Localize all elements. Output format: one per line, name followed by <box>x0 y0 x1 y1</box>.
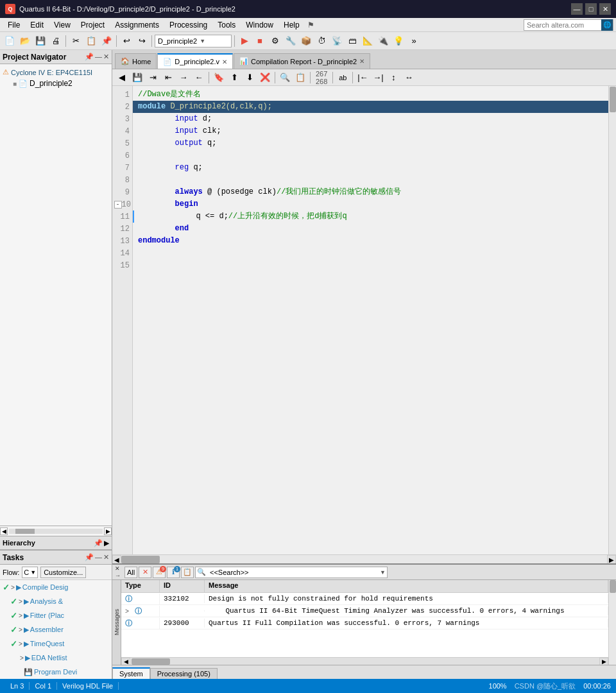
hscroll-left-button[interactable]: ◀ <box>112 555 121 564</box>
save-button[interactable]: 💾 <box>33 34 47 48</box>
message-search-dropdown[interactable]: ▼ <box>379 569 387 576</box>
message-search[interactable]: 🔍 ▼ <box>195 567 388 578</box>
task-expand-arrow[interactable]: > <box>19 612 22 619</box>
bookmark-button[interactable]: 🔖 <box>212 71 226 85</box>
format2-button[interactable]: →| <box>371 71 385 85</box>
code-editor[interactable]: //Dwave是文件名 module D_principle2(d,clk,q)… <box>133 86 608 554</box>
task-row-program[interactable]: 💾 Program Devi <box>0 665 112 679</box>
assembler-button[interactable]: 📦 <box>299 34 313 48</box>
msg-row-2[interactable]: > ⓘ Quartus II 64-Bit TimeQuest Timing A… <box>121 605 608 617</box>
hierarchy-tab[interactable]: Hierarchy <box>3 539 35 547</box>
task-row-analysis[interactable]: ✓ > ▶ Analysis & <box>0 594 112 608</box>
pin-button[interactable]: 📌 <box>85 53 94 61</box>
ab-button[interactable]: ab <box>336 71 350 85</box>
tab-system[interactable]: System <box>112 667 150 679</box>
compile-button[interactable]: ▶ <box>237 34 252 48</box>
stop-button[interactable]: ■ <box>253 34 267 48</box>
new-button[interactable]: 📄 <box>3 34 17 48</box>
task-expand-arrow[interactable]: > <box>11 584 15 591</box>
tree-scrollbar[interactable]: ◀ ▶ <box>0 526 112 536</box>
open-button[interactable]: 📂 <box>18 34 32 48</box>
menu-edit[interactable]: Edit <box>25 19 49 31</box>
close-panel-button[interactable]: ✕ <box>103 53 109 61</box>
prev-bookmark-button[interactable]: ⬆ <box>227 71 241 85</box>
task-expand-arrow[interactable]: > <box>20 654 24 662</box>
tab-compilation-report[interactable]: 📊 Compilation Report - D_principle2 ✕ <box>234 53 370 69</box>
menu-file[interactable]: File <box>3 19 25 31</box>
search-box[interactable]: 🌐 <box>524 19 613 31</box>
more-button[interactable]: » <box>407 34 421 48</box>
task-row-assembler[interactable]: ✓ > ▶ Assembler <box>0 622 112 637</box>
tasks-minimize-button[interactable]: — <box>95 553 102 561</box>
menu-assignments[interactable]: Assignments <box>110 19 164 31</box>
clear-bookmarks-button[interactable]: ❌ <box>258 71 272 85</box>
msg-scroll-left[interactable]: ◀ <box>121 658 130 665</box>
tab-processing[interactable]: Processing (105) <box>150 668 218 679</box>
search-globe-icon[interactable]: 🌐 <box>601 19 613 31</box>
task-expand-arrow[interactable]: > <box>19 626 22 633</box>
find-button[interactable]: 🔍 <box>278 71 292 85</box>
msg-scroll-track[interactable] <box>132 658 598 665</box>
next-bookmark-button[interactable]: ⬇ <box>243 71 257 85</box>
indent-right-button[interactable]: → <box>176 71 191 85</box>
hscroll-right-button[interactable]: ▶ <box>607 555 616 564</box>
tree-item-file[interactable]: ■ 📄 D_principle2 <box>13 78 109 89</box>
paste-button[interactable]: 📌 <box>99 34 114 48</box>
close-button[interactable]: ✕ <box>599 3 611 15</box>
fitter-button[interactable]: 🔧 <box>284 34 298 48</box>
task-row-fitter[interactable]: ✓ > ▶ Fitter (Plac <box>0 608 112 622</box>
msg-vscrollbar[interactable] <box>608 580 616 665</box>
editor-vscrollbar[interactable] <box>608 86 616 554</box>
menu-window[interactable]: Window <box>241 19 278 31</box>
filter-extra-button[interactable]: 📋 <box>181 567 194 578</box>
customize-button[interactable]: Customize... <box>40 567 86 578</box>
tab-home[interactable]: 🏠 Home <box>115 53 157 69</box>
msg-scroll-right[interactable]: ▶ <box>599 658 608 665</box>
flow-dropdown[interactable]: C ▼ <box>22 567 38 578</box>
menu-help[interactable]: Help <box>278 19 305 31</box>
filter-all-button[interactable]: All <box>124 567 137 578</box>
task-row-timequest[interactable]: ✓ > ▶ TimeQuest <box>0 637 112 651</box>
format4-button[interactable]: ↔ <box>402 71 416 85</box>
task-row-compile[interactable]: ✓ > ▶ Compile Desig <box>0 580 112 594</box>
copy-button[interactable]: 📋 <box>84 34 98 48</box>
tasks-pin-button[interactable]: 📌 <box>85 553 94 561</box>
tree-item-device[interactable]: ⚠ Cyclone IV E: EP4CE115I <box>3 67 109 78</box>
indent-button[interactable]: ⇥ <box>146 71 160 85</box>
hier-next-button[interactable]: ▶ <box>104 539 109 547</box>
report-tab-close[interactable]: ✕ <box>359 58 364 65</box>
analyze-button[interactable]: ⚙ <box>268 34 282 48</box>
task-row-eda[interactable]: > ▶ EDA Netlist <box>0 651 112 665</box>
menu-view[interactable]: View <box>49 19 76 31</box>
undo-button[interactable]: ↩ <box>119 34 133 48</box>
scroll-right-button[interactable]: ▶ <box>104 527 112 535</box>
netlist-viewer-button[interactable]: 🔌 <box>376 34 390 48</box>
tab-verilog-file[interactable]: 📄 D_principle2.v ✕ <box>157 53 233 69</box>
indent-left-button[interactable]: ← <box>192 71 206 85</box>
filter-error-button[interactable]: ✕ <box>139 567 151 578</box>
filter-info-button[interactable]: ℹ 1 <box>167 567 180 578</box>
cut-button[interactable]: ✂ <box>69 34 83 48</box>
menu-tools[interactable]: Tools <box>212 19 241 31</box>
menu-processing[interactable]: Processing <box>164 19 212 31</box>
search-input[interactable] <box>524 20 601 30</box>
print-button[interactable]: 🖨 <box>49 34 63 48</box>
task-expand-arrow[interactable]: > <box>19 640 22 647</box>
maximize-button[interactable]: □ <box>585 3 597 15</box>
format-button[interactable]: |← <box>355 71 370 85</box>
hscroll-track[interactable] <box>121 555 607 563</box>
collapse-marker-10[interactable]: - <box>114 201 122 209</box>
project-dropdown[interactable]: D_principle2 ▼ <box>155 35 232 47</box>
minimize-panel-button[interactable]: — <box>95 53 102 61</box>
menu-project[interactable]: Project <box>76 19 110 31</box>
filter-warning-button[interactable]: ⚠ 9 <box>153 567 166 578</box>
editor-hscrollbar[interactable]: ◀ ▶ <box>112 554 616 563</box>
program-button[interactable]: 📡 <box>330 34 344 48</box>
msg-hscrollbar[interactable]: ◀ ▶ <box>121 657 608 665</box>
back-button[interactable]: ◀ <box>115 71 129 85</box>
save-file-button[interactable]: 💾 <box>130 71 144 85</box>
h-scrollbar-track[interactable] <box>9 529 103 534</box>
unindent-button[interactable]: ⇤ <box>161 71 175 85</box>
scroll-left-button[interactable]: ◀ <box>0 527 8 535</box>
message-search-input[interactable] <box>207 567 379 578</box>
